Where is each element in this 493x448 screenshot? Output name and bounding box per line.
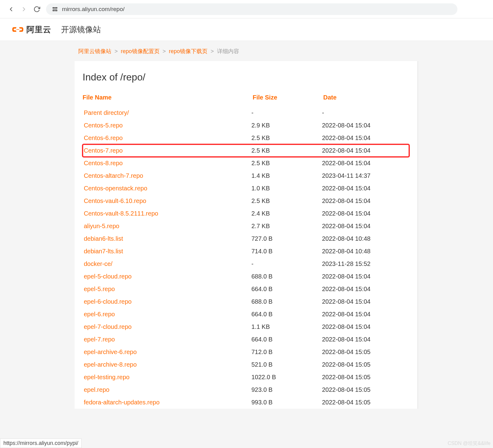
file-date: 2022-08-04 15:04	[322, 210, 408, 217]
file-link[interactable]: Centos-8.repo	[84, 160, 123, 166]
file-size: -	[251, 260, 322, 267]
file-link[interactable]: epel-7-cloud.repo	[84, 323, 132, 330]
table-row: epel-5.repo664.0 B2022-08-04 15:04	[83, 283, 409, 295]
table-row: debian6-lts.list727.0 B2022-08-04 10:48	[83, 232, 409, 245]
file-link[interactable]: epel-5.repo	[84, 286, 115, 292]
table-row: Centos-6.repo2.5 KB2022-08-04 15:04	[83, 132, 409, 144]
file-link[interactable]: epel-7.repo	[84, 336, 115, 343]
file-size: -	[251, 109, 322, 116]
file-date: 2022-08-04 15:04	[322, 223, 408, 230]
file-size: 1.0 KB	[251, 185, 322, 192]
brand-logo[interactable]: 阿里云	[12, 24, 51, 35]
file-date: 2022-08-04 15:04	[322, 273, 408, 280]
file-date: 2022-08-04 15:04	[322, 311, 408, 318]
header-subtitle: 开源镜像站	[61, 24, 101, 35]
brand-name: 阿里云	[26, 24, 51, 35]
table-row: Parent directory/--	[83, 107, 409, 119]
file-link[interactable]: docker-ce/	[84, 260, 112, 267]
forward-button[interactable]	[20, 6, 28, 13]
file-size: 664.0 B	[251, 286, 322, 293]
file-date: 2022-08-04 15:04	[322, 147, 408, 154]
file-date: 2022-08-04 10:48	[322, 235, 408, 242]
svg-rect-2	[53, 10, 55, 11]
svg-rect-0	[53, 7, 55, 8]
file-date: 2022-08-04 15:04	[322, 286, 408, 293]
page-title: Index of /repo/	[83, 72, 409, 83]
table-row: Centos-vault-8.5.2111.repo2.4 KB2022-08-…	[83, 207, 409, 220]
address-bar[interactable]: mirrors.aliyun.com/repo/	[46, 3, 457, 15]
breadcrumb-link[interactable]: repo镜像下载页	[169, 48, 208, 55]
breadcrumb-link[interactable]: repo镜像配置页	[121, 48, 160, 55]
table-row: aliyun-5.repo2.7 KB2022-08-04 15:04	[83, 220, 409, 232]
file-size: 2.5 KB	[251, 197, 322, 205]
file-date: 2022-08-04 15:04	[322, 323, 408, 330]
table-row: epel-archive-6.repo712.0 B2022-08-04 15:…	[83, 346, 409, 358]
reload-button[interactable]	[33, 6, 41, 13]
file-link[interactable]: debian7-lts.list	[84, 248, 123, 255]
file-date: 2022-08-04 10:48	[322, 248, 408, 255]
file-date: 2022-08-04 15:04	[322, 122, 408, 129]
file-link[interactable]: Centos-7.repo	[84, 147, 123, 154]
file-date: 2022-08-04 15:04	[322, 134, 408, 142]
file-link[interactable]: epel.repo	[84, 386, 109, 393]
file-link[interactable]: epel-6.repo	[84, 311, 115, 317]
file-link[interactable]: epel-5-cloud.repo	[84, 273, 132, 280]
file-date: 2023-11-28 15:52	[322, 260, 408, 267]
file-date: 2022-08-04 15:04	[322, 160, 408, 167]
file-size: 521.0 B	[251, 361, 322, 368]
breadcrumb-link[interactable]: 阿里云镜像站	[78, 48, 111, 55]
file-size: 923.0 B	[251, 386, 322, 393]
file-size: 2.4 KB	[251, 210, 322, 217]
file-size: 1.1 KB	[251, 323, 322, 330]
file-link[interactable]: Centos-5.repo	[84, 122, 123, 129]
file-link[interactable]: Centos-6.repo	[84, 134, 123, 141]
file-date: 2022-08-04 15:05	[322, 349, 408, 356]
file-link[interactable]: aliyun-5.repo	[84, 223, 119, 229]
file-link[interactable]: fedora-altarch-updates.repo	[84, 399, 160, 406]
file-size: 2.5 KB	[251, 134, 322, 142]
file-size: 2.5 KB	[251, 160, 322, 167]
url-text: mirrors.aliyun.com/repo/	[62, 6, 125, 13]
table-row: epel-6-cloud.repo688.0 B2022-08-04 15:04	[83, 295, 409, 308]
file-link[interactable]: debian6-lts.list	[84, 235, 123, 242]
file-size: 727.0 B	[251, 235, 322, 242]
file-size: 712.0 B	[251, 349, 322, 356]
browser-toolbar: mirrors.aliyun.com/repo/	[0, 0, 493, 18]
table-row: fedora-altarch-updates.repo993.0 B2022-0…	[83, 396, 409, 409]
file-date: 2022-08-04 15:04	[322, 336, 408, 343]
file-table: File Name File Size Date Parent director…	[83, 92, 409, 409]
table-row: Centos-openstack.repo1.0 KB2022-08-04 15…	[83, 182, 409, 195]
site-settings-icon[interactable]	[52, 6, 58, 13]
file-link[interactable]: Centos-altarch-7.repo	[84, 172, 143, 179]
breadcrumb: 阿里云镜像站>repo镜像配置页>repo镜像下载页>详细内容	[75, 48, 418, 55]
file-link[interactable]: epel-6-cloud.repo	[84, 298, 132, 305]
table-row: docker-ce/-2023-11-28 15:52	[83, 258, 409, 270]
table-row: Centos-8.repo2.5 KB2022-08-04 15:04	[83, 157, 409, 169]
file-size: 1.4 KB	[251, 172, 322, 179]
back-button[interactable]	[7, 6, 15, 13]
site-header: 阿里云 开源镜像站	[0, 18, 493, 41]
file-date: 2022-08-04 15:05	[322, 361, 408, 368]
col-name: File Name	[83, 94, 253, 101]
svg-rect-3	[55, 10, 57, 11]
file-date: 2022-08-04 15:05	[322, 399, 408, 406]
file-link[interactable]: Centos-vault-8.5.2111.repo	[84, 210, 158, 217]
table-row: epel-testing.repo1022.0 B2022-08-04 15:0…	[83, 371, 409, 384]
col-size: File Size	[253, 94, 323, 101]
table-row: epel.repo923.0 B2022-08-04 15:05	[83, 384, 409, 396]
file-date: 2022-08-04 15:04	[322, 197, 408, 205]
file-size: 688.0 B	[251, 273, 322, 280]
file-date: -	[322, 109, 408, 116]
file-size: 664.0 B	[251, 336, 322, 343]
file-link[interactable]: Parent directory/	[84, 109, 129, 116]
file-link[interactable]: epel-testing.repo	[84, 374, 130, 380]
table-row: Centos-7.repo2.5 KB2022-08-04 15:04	[83, 144, 409, 157]
table-row: Centos-vault-6.10.repo2.5 KB2022-08-04 1…	[83, 195, 409, 207]
col-date: Date	[323, 94, 409, 101]
file-link[interactable]: Centos-openstack.repo	[84, 185, 147, 192]
table-row: Centos-altarch-7.repo1.4 KB2023-04-11 14…	[83, 169, 409, 182]
file-link[interactable]: epel-archive-6.repo	[84, 349, 137, 355]
file-link[interactable]: epel-archive-8.repo	[84, 361, 137, 368]
file-link[interactable]: Centos-vault-6.10.repo	[84, 197, 146, 204]
table-row: epel-archive-8.repo521.0 B2022-08-04 15:…	[83, 358, 409, 371]
